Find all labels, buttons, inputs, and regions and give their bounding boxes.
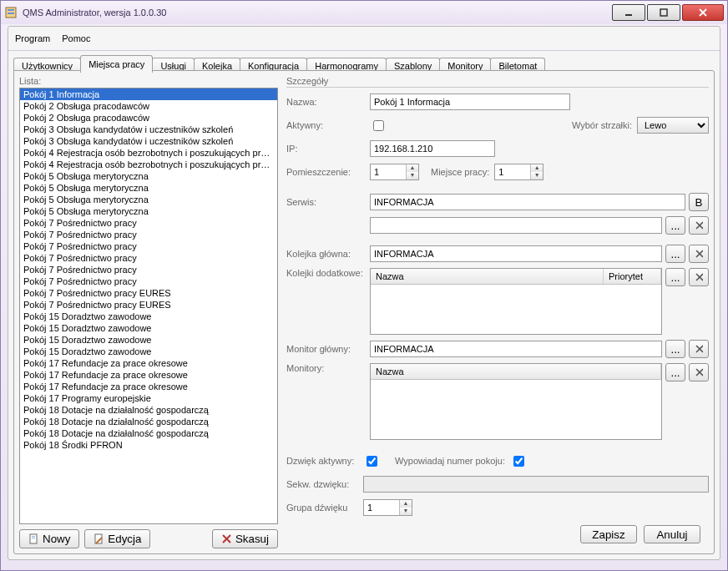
menu-help[interactable]: Pomoc bbox=[62, 33, 90, 43]
list-item[interactable]: Pokój 17 Programy europejskie bbox=[20, 392, 277, 404]
monitors-label: Monitory: bbox=[286, 363, 370, 373]
svg-rect-4 bbox=[660, 9, 667, 16]
list-item[interactable]: Pokój 2 Obsługa pracodawców bbox=[20, 112, 277, 124]
list-item[interactable]: Pokój 3 Obsługa kandydatów i uczestników… bbox=[20, 124, 277, 135]
list-item[interactable]: Pokój 18 Dotacje na działalność gospodar… bbox=[20, 427, 277, 439]
list-item[interactable]: Pokój 7 Pośrednictwo pracy bbox=[20, 240, 277, 252]
extra-queues-grid[interactable]: Nazwa Priorytet bbox=[370, 268, 662, 335]
tab-miejsca-pracy[interactable]: Miejsca pracy bbox=[80, 55, 153, 73]
monitors-grid[interactable]: Nazwa bbox=[370, 363, 662, 440]
svg-rect-2 bbox=[8, 13, 14, 14]
app-window: QMS Administrator, wersja 1.0.0.30 Progr… bbox=[0, 0, 728, 571]
service-b-button[interactable]: B bbox=[689, 193, 709, 211]
ip-label: IP: bbox=[286, 144, 370, 154]
monitors-browse-button[interactable]: ... bbox=[665, 363, 685, 382]
list-item[interactable]: Pokój 7 Pośrednictwo pracy bbox=[20, 252, 277, 264]
list-item[interactable]: Pokój 15 Doradztwo zawodowe bbox=[20, 346, 277, 357]
list-item[interactable]: Pokój 17 Refundacje za prace okresowe bbox=[20, 381, 277, 392]
sound-active-checkbox[interactable] bbox=[367, 456, 377, 467]
client-area: Program Pomoc Użytkownicy Miejsca pracy … bbox=[8, 26, 720, 560]
list-item[interactable]: Pokój 2 Obsługa pracodawców bbox=[20, 100, 277, 112]
service-input[interactable] bbox=[370, 194, 685, 210]
main-queue-browse-button[interactable]: ... bbox=[665, 245, 685, 263]
close-button[interactable] bbox=[682, 4, 724, 21]
sound-active-label: Dzwięk aktywny: bbox=[286, 456, 363, 466]
maximize-button[interactable] bbox=[647, 4, 680, 21]
main-monitor-label: Monitor główny: bbox=[286, 344, 370, 354]
menu-bar: Program Pomoc bbox=[8, 27, 720, 51]
list-item[interactable]: Pokój 5 Obsługa merytoryczna bbox=[20, 170, 277, 182]
svg-rect-8 bbox=[32, 536, 35, 537]
room-spinner[interactable]: ▲▼ bbox=[370, 164, 419, 180]
list-item[interactable]: Pokój 5 Obsługa merytoryczna bbox=[20, 182, 277, 194]
list-item[interactable]: Pokój 18 Dotacje na działalność gospodar… bbox=[20, 416, 277, 427]
main-monitor-input[interactable] bbox=[370, 341, 662, 357]
list-item[interactable]: Pokój 5 Obsługa merytoryczna bbox=[20, 194, 277, 205]
main-queue-clear-button[interactable] bbox=[689, 245, 709, 263]
name-label: Nazwa: bbox=[286, 97, 370, 107]
save-button[interactable]: Zapisz bbox=[580, 525, 637, 543]
workplace-num-label: Miejsce pracy: bbox=[431, 167, 489, 177]
list-item[interactable]: Pokój 1 Informacja bbox=[20, 88, 277, 100]
list-item[interactable]: Pokój 3 Obsługa kandydatów i uczestników… bbox=[20, 135, 277, 147]
extra-queues-clear-button[interactable] bbox=[689, 268, 709, 286]
list-item[interactable]: Pokój 15 Doradztwo zawodowe bbox=[20, 311, 277, 322]
window-title: QMS Administrator, wersja 1.0.0.30 bbox=[23, 8, 612, 18]
main-queue-input[interactable] bbox=[370, 245, 662, 262]
new-button-label: Nowy bbox=[43, 533, 70, 545]
arrow-select-label: Wybór strzałki: bbox=[572, 120, 632, 130]
main-monitor-clear-button[interactable] bbox=[689, 340, 709, 358]
service-extra-input[interactable] bbox=[370, 217, 662, 234]
name-input[interactable] bbox=[370, 93, 570, 110]
svg-rect-1 bbox=[8, 9, 14, 11]
main-queue-label: Kolejka główna: bbox=[286, 249, 370, 259]
speak-room-label: Wypowiadaj numer pokoju: bbox=[395, 456, 505, 466]
ip-input[interactable] bbox=[370, 140, 495, 157]
workplace-spinner[interactable]: ▲▼ bbox=[494, 164, 543, 180]
service-clear-button[interactable] bbox=[689, 216, 709, 235]
edit-button[interactable]: Edycja bbox=[84, 529, 150, 548]
list-item[interactable]: Pokój 5 Obsługa merytoryczna bbox=[20, 205, 277, 217]
grid-col-nazwa: Nazwa bbox=[371, 269, 604, 284]
list-item[interactable]: Pokój 18 Środki PFRON bbox=[20, 439, 277, 451]
grid-col-priorytet: Priorytet bbox=[604, 269, 661, 284]
list-item[interactable]: Pokój 7 Pośrednictwo pracy bbox=[20, 275, 277, 287]
list-item[interactable]: Pokój 15 Doradztwo zawodowe bbox=[20, 334, 277, 346]
extra-queues-label: Kolejki dodatkowe: bbox=[286, 268, 370, 278]
active-checkbox[interactable] bbox=[373, 120, 384, 131]
menu-program[interactable]: Program bbox=[15, 33, 50, 43]
app-icon bbox=[4, 6, 18, 19]
workplaces-list[interactable]: Pokój 1 InformacjaPokój 2 Obsługa pracod… bbox=[19, 88, 278, 524]
svg-rect-9 bbox=[32, 538, 35, 538]
extra-queues-browse-button[interactable]: ... bbox=[665, 268, 685, 286]
list-item[interactable]: Pokój 7 Pośrednictwo pracy bbox=[20, 229, 277, 240]
sound-group-spinner[interactable]: ▲▼ bbox=[363, 499, 412, 516]
delete-button[interactable]: Skasuj bbox=[212, 529, 278, 548]
new-button[interactable]: Nowy bbox=[19, 529, 79, 548]
sound-seq-input bbox=[363, 476, 709, 493]
list-item[interactable]: Pokój 4 Rejestracja osób bezrobotnych i … bbox=[20, 159, 277, 170]
list-item[interactable]: Pokój 7 Pośrednictwo pracy EURES bbox=[20, 299, 277, 311]
list-item[interactable]: Pokój 17 Refundacje za prace okresowe bbox=[20, 357, 277, 369]
speak-room-checkbox[interactable] bbox=[513, 456, 524, 467]
list-item[interactable]: Pokój 7 Pośrednictwo pracy bbox=[20, 264, 277, 275]
minimize-button[interactable] bbox=[612, 4, 645, 21]
monitors-clear-button[interactable] bbox=[689, 363, 709, 382]
main-monitor-browse-button[interactable]: ... bbox=[665, 340, 685, 358]
list-item[interactable]: Pokój 7 Pośrednictwo pracy EURES bbox=[20, 287, 277, 299]
cancel-button[interactable]: Anuluj bbox=[644, 525, 700, 543]
service-label: Serwis: bbox=[286, 197, 370, 207]
list-item[interactable]: Pokój 7 Pośrednictwo pracy bbox=[20, 217, 277, 229]
list-item[interactable]: Pokój 4 Rejestracja osób bezrobotnych i … bbox=[20, 147, 277, 159]
service-browse-button[interactable]: ... bbox=[665, 216, 685, 235]
title-bar[interactable]: QMS Administrator, wersja 1.0.0.30 bbox=[1, 1, 727, 24]
list-item[interactable]: Pokój 18 Dotacje na działalność gospodar… bbox=[20, 404, 277, 416]
arrow-select[interactable]: Lewo bbox=[637, 117, 709, 134]
sound-group-label: Grupa dźwięku bbox=[286, 503, 363, 513]
edit-button-label: Edycja bbox=[108, 533, 141, 545]
tab-page-miejsca: Lista: Pokój 1 InformacjaPokój 2 Obsługa… bbox=[13, 70, 715, 554]
delete-icon bbox=[221, 533, 232, 544]
list-item[interactable]: Pokój 17 Refundacje za prace okresowe bbox=[20, 369, 277, 381]
new-icon bbox=[28, 533, 39, 544]
list-item[interactable]: Pokój 15 Doradztwo zawodowe bbox=[20, 322, 277, 334]
